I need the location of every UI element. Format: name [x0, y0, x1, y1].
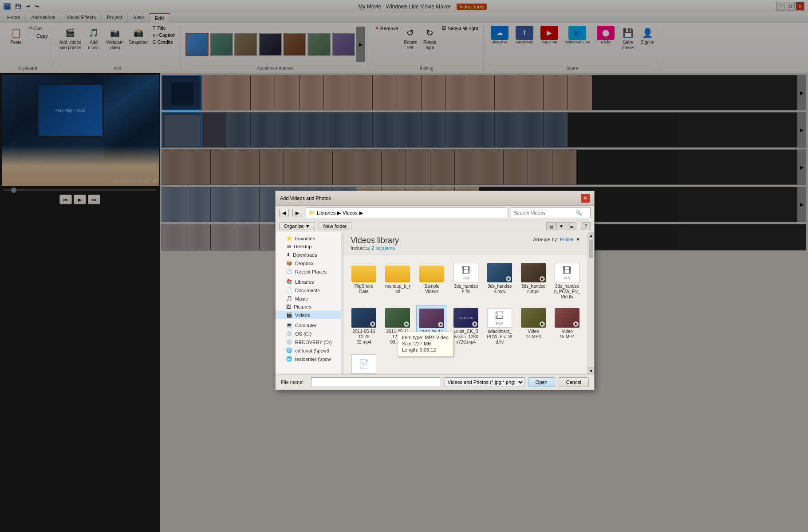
arrange-chevron-icon: ▼	[575, 237, 580, 242]
flv-icon-symbol: 🎞	[495, 311, 504, 321]
sidebar-item-network2[interactable]: 🌐 testcenter (\\pcw	[276, 355, 341, 363]
file-item[interactable]: BEACON ▶ Louis_CK_Beacon_1280x720.mp4	[451, 305, 481, 348]
recent-icon: 🕐	[286, 269, 292, 274]
file-item[interactable]: 📄	[349, 351, 379, 374]
sidebar-item-downloads[interactable]: ⬇ Downloads	[276, 250, 341, 259]
tooltip-length-label: Length:	[402, 347, 418, 352]
file-item[interactable]: ▶ 2011-05-11 12 29 02.mp4	[349, 305, 379, 348]
dialog-scrollbar: ▲ ▼	[587, 232, 594, 374]
organize-button[interactable]: Organize ▼	[279, 222, 315, 230]
file-icon-flv1: 🎞 FLV	[453, 262, 479, 284]
file-name-input[interactable]	[311, 377, 441, 387]
video-thumb: ▶	[521, 308, 546, 328]
file-icon-sample	[418, 262, 445, 284]
new-folder-button[interactable]: New folder	[319, 222, 352, 230]
scrollbar-up-button[interactable]: ▲	[588, 232, 594, 239]
nav-forward-button[interactable]: ▶	[292, 209, 302, 217]
network1-icon: 🌐	[286, 348, 292, 353]
locations-link[interactable]: 2 locations	[371, 245, 395, 250]
sidebar-item-d-drive[interactable]: 💿 RECOVERY (D:)	[276, 338, 341, 346]
search-icon: 🔍	[576, 210, 582, 216]
dialog-main: Videos library Includes: 2 locations Arr…	[343, 232, 587, 374]
documents-icon: 📄	[286, 287, 292, 293]
file-icon-vid3: ▶	[418, 307, 445, 329]
sidebar-item-videos[interactable]: 🎬 Videos	[276, 311, 341, 319]
view-dropdown-button[interactable]: ▼	[556, 222, 566, 230]
tooltip-length-line: Length: 0:03:12	[402, 347, 449, 352]
library-title: Videos library	[351, 236, 399, 245]
file-icon-louis: BEACON ▶	[453, 307, 479, 329]
dialog-footer: File name: Videos and Photos (*.jpg;*.pn…	[276, 374, 594, 390]
breadcrumb-sep2: ▶	[359, 210, 363, 216]
video-thumb: ▶	[351, 308, 376, 328]
sidebar-item-network1[interactable]: 🌐 editorial (\\pcw3	[276, 346, 341, 355]
sidebar-item-pictures[interactable]: 🖼 Pictures	[276, 303, 341, 311]
file-item[interactable]: 🎞 FLV 3ds_handson_PCW_Flv_Std.flv	[552, 260, 582, 301]
library-includes: Includes: 2 locations	[351, 245, 399, 250]
folder-body	[419, 266, 444, 282]
computer-icon: 💻	[286, 322, 292, 328]
breadcrumb-videos[interactable]: Videos	[343, 210, 357, 215]
pictures-icon: 🖼	[286, 304, 291, 309]
flv-ext: FLV	[496, 321, 503, 325]
sidebar-item-music[interactable]: 🎵 Music	[276, 294, 341, 303]
file-item[interactable]: Sample Videos	[416, 260, 447, 301]
tooltip-length-value: 0:03:12	[420, 347, 436, 352]
file-item[interactable]: FlipShare Data	[349, 260, 379, 301]
file-item[interactable]: roundup_b_roll	[382, 260, 413, 301]
tooltip-type-value: MP4 Video	[425, 335, 449, 340]
file-item[interactable]: 🎞 FLV 3ds_handson.flv	[451, 260, 481, 301]
help-button[interactable]: ?	[581, 222, 591, 230]
file-type-select[interactable]: Videos and Photos (*.jpg;*.png;	[445, 377, 524, 387]
dialog-sidebar: ⭐ Favorites 🖥 Desktop ⬇ Downloads 📦 Drop…	[276, 232, 341, 374]
file-item[interactable]: ▶ 3ds_handson.mov	[485, 260, 515, 301]
file-name: Video 14.MP4	[520, 329, 547, 340]
file-item[interactable]: 🎞 FLV odadkinect_PCW_Flv_Std.flv	[485, 305, 515, 348]
file-icon-flipshare	[351, 262, 377, 284]
breadcrumb[interactable]: 📁 Libraries ▶ Videos ▶	[306, 207, 507, 218]
sidebar-item-documents[interactable]: 📄 Documents	[276, 286, 341, 294]
sidebar-libraries-header: 📚 Libraries	[276, 278, 341, 286]
file-item[interactable]: ▶ Video 15.MP4	[552, 305, 582, 348]
open-button[interactable]: Open	[528, 377, 555, 387]
video-thumb: ▶	[521, 263, 546, 282]
tooltip-size-label: Size:	[402, 341, 413, 346]
library-title-area: Videos library Includes: 2 locations	[351, 236, 399, 250]
scrollbar-down-button[interactable]: ▼	[588, 367, 594, 374]
arrange-folder-link[interactable]: Folder	[560, 237, 574, 242]
video-thumb: BEACON ▶	[453, 308, 478, 328]
details-view-button[interactable]: ☰	[567, 222, 576, 230]
video-thumb: ▶	[385, 308, 410, 328]
library-icon: 📚	[286, 279, 292, 285]
breadcrumb-libraries[interactable]: Libraries	[317, 210, 335, 215]
list-view-button[interactable]: ▤	[546, 222, 556, 230]
sidebar-favorites-header: ⭐ Favorites	[276, 234, 341, 243]
search-box: 🔍	[511, 207, 591, 218]
sidebar-item-c-drive[interactable]: 💿 OS (C:)	[276, 329, 341, 338]
sidebar-item-dropbox[interactable]: 📦 Dropbox	[276, 259, 341, 267]
flv-ext: FLV	[462, 276, 469, 280]
sidebar-computer-header: 💻 Computer	[276, 321, 341, 329]
video-thumb: ▶	[555, 308, 579, 328]
file-name: 3ds_handson.mov	[486, 284, 513, 294]
computer-section: 💻 Computer 💿 OS (C:) 💿 RECOVERY (D:) 🌐 e…	[276, 321, 341, 363]
file-item[interactable]: ▶ Video 14.MP4	[518, 305, 548, 348]
cancel-button[interactable]: Cancel	[559, 377, 589, 387]
file-item[interactable]: ▶ 3ds_handson.mp4	[518, 260, 548, 301]
file-icon-vid1: ▶	[351, 307, 377, 329]
drive-d-icon: 💿	[286, 339, 292, 345]
file-icon-roundup	[384, 262, 411, 284]
sidebar-item-recent[interactable]: 🕐 Recent Places	[276, 267, 341, 276]
nav-back-button[interactable]: ◀	[279, 209, 289, 217]
sidebar-item-desktop[interactable]: 🖥 Desktop	[276, 243, 341, 250]
scrollbar-thumb[interactable]	[589, 240, 593, 258]
dialog-close-button[interactable]: ✕	[581, 194, 590, 203]
file-name: Sample Videos	[418, 284, 445, 294]
file-icon-kinect: 🎞 FLV	[486, 307, 513, 329]
file-name: 3ds_handson.mp4	[520, 284, 547, 294]
arrange-by: Arrange by: Folder ▼	[533, 237, 580, 242]
search-input[interactable]	[514, 210, 576, 215]
file-tooltip: Item type: MP4 Video Size: 227 MB Length…	[397, 332, 453, 356]
flv-icon-symbol: 🎞	[461, 266, 470, 276]
file-name: odadkinect_PCW_Flv_Std.flv	[486, 329, 513, 345]
